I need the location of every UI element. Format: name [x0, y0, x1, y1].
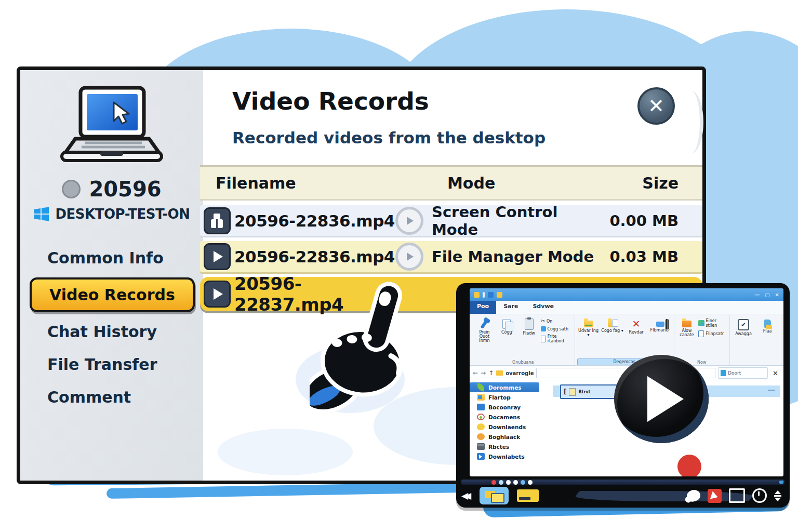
- ribbon-rename-icon: [656, 322, 664, 327]
- quick-access-icon: [488, 292, 494, 298]
- ribbon-small-button[interactable]: Einer stilen: [698, 318, 727, 328]
- fullscreen-icon[interactable]: [729, 488, 745, 503]
- ribbon-button[interactable]: ✕Revdar: [625, 315, 648, 358]
- ribbon-bluechip-icon: [541, 326, 546, 331]
- explorer-title-bar: —▢✕: [470, 288, 783, 301]
- ribbon-small-button[interactable]: Cogg sath: [541, 326, 573, 331]
- stripe-dash: [768, 390, 775, 391]
- forward-icon[interactable]: →: [481, 369, 486, 377]
- row-size: 0.00 MB: [603, 212, 702, 230]
- up-icon[interactable]: ↑: [488, 369, 494, 377]
- ribbon-tab[interactable]: Poo: [470, 301, 496, 314]
- folder-page-icon: [608, 321, 617, 327]
- play-overlay-button[interactable]: [614, 355, 709, 443]
- sidebar-item-comment[interactable]: Comment: [20, 381, 203, 414]
- close-button[interactable]: ✕: [637, 87, 675, 125]
- window-control-glyph[interactable]: ▢: [765, 292, 769, 298]
- ribbon-check-icon: ✔: [738, 319, 749, 330]
- chat-card-icon[interactable]: [517, 489, 539, 502]
- ribbon-button-label: Awagga: [735, 332, 752, 336]
- row-play-wrap: [395, 207, 432, 235]
- sidebar-item-file-transfer[interactable]: File Transfer: [20, 348, 203, 381]
- window-control-glyph[interactable]: ✕: [775, 292, 779, 298]
- ribbon-group: Alow canateEiner stilenFlinpsatrNow: [674, 315, 730, 365]
- column-filename: Filename: [200, 174, 447, 192]
- row-filename: 20596-22836.mp4: [234, 211, 395, 230]
- nav-item-rbctes[interactable]: Rbctes: [470, 442, 549, 451]
- ribbon-small-button[interactable]: Frite rtanbnd: [541, 334, 573, 343]
- ribbon-tab[interactable]: Sare: [496, 301, 525, 314]
- play-button[interactable]: [395, 207, 423, 235]
- ribbon-button-label: Cogo fag ▾: [601, 329, 623, 333]
- leaf-icon: [476, 383, 486, 391]
- player-screen: —▢✕ PooSareSdvwe Prein Quot InmnCoggFlad…: [470, 288, 783, 476]
- table-row[interactable]: 20596-22836.mp4File Manager Mode0.03 MB: [200, 241, 702, 272]
- ribbon-button[interactable]: Cogo fag ▾: [601, 315, 624, 358]
- ribbon-button-label: Alow canate: [676, 329, 698, 337]
- ribbon-pagesm-icon: [698, 330, 704, 337]
- progress-bar[interactable]: [461, 480, 784, 485]
- updown-icon[interactable]: [774, 490, 781, 501]
- table-row[interactable]: 20596-22836.mp4Screen Control Mode0.00 M…: [200, 205, 702, 236]
- nav-item-downlabets[interactable]: Downlabets: [470, 451, 549, 461]
- table-header: Filename Mode Size: [200, 165, 702, 201]
- address-path[interactable]: ovarrogle: [506, 370, 534, 376]
- row-type-icon-wrap: [200, 243, 234, 270]
- ribbon-button[interactable]: Flaa: [756, 315, 779, 364]
- ribbon-small-label: Einer stilen: [706, 318, 727, 328]
- back-icon[interactable]: ←: [473, 369, 478, 377]
- ribbon-tab[interactable]: Sdvwe: [525, 301, 561, 314]
- folder-orange-icon: [682, 321, 691, 327]
- rewind-icon[interactable]: ◀◀: [461, 490, 471, 501]
- nav-item-label: Downlabets: [488, 454, 525, 460]
- ribbon-button-label: Revdar: [629, 330, 643, 335]
- windows-logo-icon: [34, 206, 49, 222]
- bracket-glyph: [: [564, 388, 566, 395]
- search-placeholder: Doort: [728, 370, 741, 376]
- ribbon-button[interactable]: Alow canate: [676, 315, 698, 360]
- ribbon-button[interactable]: Prein Quot Inmn: [474, 315, 495, 360]
- progress-dot: [491, 480, 496, 485]
- ribbon-pagesm-icon: [541, 336, 546, 342]
- pointer-icon[interactable]: [708, 489, 722, 503]
- screen-mode-icon[interactable]: [480, 487, 509, 504]
- ribbon-small-label: Frite rtanbnd: [548, 334, 573, 343]
- ribbon-button[interactable]: Fladw: [518, 315, 540, 360]
- ribbon-small-button[interactable]: Flinpsatr: [698, 330, 727, 337]
- nav-item-label: Downlaends: [488, 424, 526, 430]
- sidebar: 20596 DESKTOP-TEST-ON Common InfoVideo R…: [20, 70, 203, 481]
- ribbon: Prein Quot InmnCoggFladw✂OnCogg sathFrit…: [470, 314, 783, 366]
- window-control-glyph[interactable]: —: [754, 292, 760, 298]
- sidebar-item-video-records[interactable]: Video Records: [30, 277, 195, 312]
- ribbon-small-label: Flinpsatr: [706, 331, 724, 336]
- nav-item-flartop[interactable]: Flartop: [470, 392, 549, 402]
- nav-item-downlaends[interactable]: Downlaends: [470, 422, 549, 432]
- sidebar-item-chat-history[interactable]: Chat History: [20, 315, 203, 348]
- ribbon-button[interactable]: Cogg: [496, 315, 517, 360]
- window-controls[interactable]: —▢✕: [754, 292, 779, 298]
- nav-item-dorommes[interactable]: Dorommes: [470, 382, 539, 392]
- close-search-icon[interactable]: ✕: [773, 369, 778, 377]
- row-type-icon-wrap: [200, 207, 234, 234]
- nav-item-boghlaack[interactable]: Boghlaack: [470, 432, 549, 442]
- ribbon-group-label: [732, 364, 779, 365]
- nav-item-bocoonray[interactable]: Bocoonray: [470, 402, 549, 412]
- progress-dot: [513, 480, 518, 485]
- nav-item-docamens[interactable]: Docamens: [470, 412, 549, 422]
- ribbon-button[interactable]: Flbmaner: [649, 315, 672, 358]
- ribbon-button[interactable]: ✔Awagga: [732, 315, 755, 364]
- search-icon: [721, 370, 726, 376]
- ribbon-open-icon: [764, 320, 771, 328]
- control-bar-gloss: [572, 491, 756, 501]
- sidebar-item-common-info[interactable]: Common Info: [20, 242, 203, 274]
- quick-access-divider: [483, 292, 485, 298]
- ribbon-button[interactable]: Udvar Ing ▾: [577, 315, 600, 358]
- play-button[interactable]: [395, 243, 423, 271]
- row-mode: File Manager Mode: [432, 248, 603, 265]
- search-input[interactable]: Doort: [718, 367, 768, 379]
- row-play-wrap: [395, 243, 432, 271]
- ribbon-small-button[interactable]: ✂On: [541, 318, 573, 324]
- timer-icon[interactable]: [752, 488, 767, 503]
- row-mode: Screen Control Mode: [432, 203, 603, 238]
- status-dot: [62, 180, 81, 198]
